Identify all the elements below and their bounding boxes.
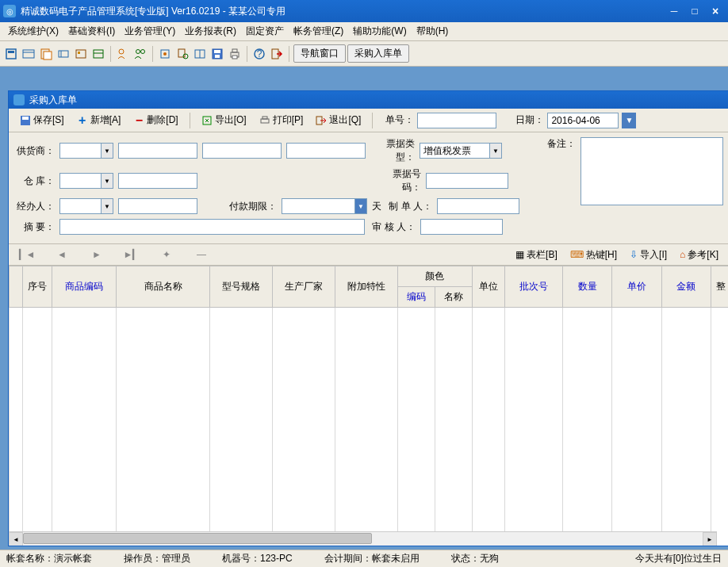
tb-icon-3[interactable] (38, 46, 54, 62)
warehouse-combo[interactable]: ▼ (59, 173, 113, 189)
scroll-right-button[interactable]: ► (703, 532, 717, 546)
minimize-button[interactable]: ─ (665, 5, 684, 17)
col-product-code[interactable]: 商品编码 (52, 266, 117, 308)
window-title: 精诚数码电子产品管理系统[专业版] Ver16.0219 - 某某公司专用 (21, 5, 663, 18)
payment-due-combo-btn[interactable]: ▼ (354, 198, 367, 214)
col-unit[interactable]: 单位 (472, 266, 505, 308)
table-row[interactable] (10, 308, 729, 546)
col-qty[interactable]: 数量 (562, 266, 611, 308)
col-color-group[interactable]: 颜色 (398, 266, 472, 287)
warehouse-combo-btn[interactable]: ▼ (101, 173, 113, 189)
exit-button[interactable]: 退出[Q] (311, 112, 366, 128)
col-batch[interactable]: 批次号 (505, 266, 563, 308)
grid-body[interactable] (10, 308, 729, 546)
payment-due-combo[interactable]: ▼ (282, 198, 367, 214)
home-icon: ⌂ (680, 249, 685, 260)
scroll-track[interactable] (23, 532, 703, 546)
menu-tools[interactable]: 辅助功能(W) (348, 23, 411, 40)
menu-basedata[interactable]: 基础资料(I) (63, 23, 120, 40)
hotkeys-button[interactable]: ⌨热键[H] (564, 247, 623, 263)
svg-point-16 (163, 52, 167, 56)
nav-next[interactable]: ► (85, 247, 109, 262)
tb-icon-5[interactable] (73, 46, 89, 62)
close-button[interactable]: × (706, 5, 725, 17)
add-button[interactable]: + 新增[A] (72, 112, 126, 128)
creator-input[interactable] (437, 198, 519, 214)
purchase-in-button[interactable]: 采购入库单 (347, 44, 409, 63)
tb-icon-6[interactable] (90, 46, 106, 62)
print-button[interactable]: 打印[P] (255, 112, 308, 128)
payment-due-input[interactable] (282, 198, 354, 214)
supplier-name-input[interactable] (118, 143, 197, 159)
col-color-name[interactable]: 名称 (435, 287, 472, 308)
auditor-input[interactable] (420, 219, 503, 235)
delete-button[interactable]: − 删除[D] (128, 112, 182, 128)
handler-combo[interactable]: ▼ (59, 198, 113, 214)
invoice-type-input[interactable] (420, 143, 489, 159)
date-picker-button[interactable]: ▼ (622, 113, 636, 128)
menu-system[interactable]: 系统维护(X) (3, 23, 63, 40)
import-button[interactable]: ⇩导入[I] (623, 247, 673, 263)
menu-reports[interactable]: 业务报表(R) (180, 23, 241, 40)
export-button[interactable]: 导出[O] (197, 112, 251, 128)
scroll-left-button[interactable]: ◄ (9, 532, 23, 546)
tb-icon-10[interactable] (174, 46, 190, 62)
nav-prev[interactable]: ◄ (50, 247, 74, 262)
tb-icon-help[interactable]: ? (251, 46, 267, 62)
tb-icon-save[interactable] (209, 46, 225, 62)
col-seq[interactable]: 序号 (22, 266, 52, 308)
invoice-type-combo-btn[interactable]: ▼ (489, 143, 502, 159)
menu-asset[interactable]: 固定资产 (241, 23, 289, 40)
menu-help[interactable]: 帮助(H) (412, 23, 454, 40)
col-product-name[interactable]: 商品名称 (117, 266, 210, 308)
handler-code-input[interactable] (59, 198, 101, 214)
tb-icon-11[interactable] (192, 46, 208, 62)
data-grid[interactable]: 序号 商品编码 商品名称 型号规格 生产厂家 附加特性 颜色 单位 批次号 数量… (9, 266, 728, 546)
tb-icon-7[interactable] (115, 46, 131, 62)
svg-rect-25 (232, 49, 237, 52)
supplier-code-input[interactable] (59, 143, 101, 159)
nav-window-button[interactable]: 导航窗口 (293, 44, 346, 63)
reference-button[interactable]: ⌂参考[K] (673, 247, 725, 263)
handler-name-input[interactable] (118, 198, 197, 214)
tb-icon-9[interactable] (157, 46, 173, 62)
tb-icon-2[interactable] (21, 46, 36, 62)
summary-input[interactable] (59, 219, 365, 235)
handler-combo-btn[interactable]: ▼ (101, 198, 113, 214)
nav-del[interactable]: — (190, 247, 213, 262)
invoice-no-input[interactable] (426, 173, 508, 189)
tb-icon-8[interactable] (132, 46, 148, 62)
save-button[interactable]: 保存[S] (15, 112, 69, 128)
col-price[interactable]: 单价 (612, 266, 661, 308)
col-manufacturer[interactable]: 生产厂家 (273, 266, 335, 308)
menu-business[interactable]: 业务管理(Y) (120, 23, 180, 40)
col-color-code[interactable]: 编码 (398, 287, 435, 308)
supplier-combo-btn[interactable]: ▼ (101, 143, 113, 159)
scrollbar-horizontal[interactable]: ◄ ► (9, 531, 717, 546)
tb-icon-exit[interactable] (269, 46, 285, 62)
nav-add[interactable]: ✦ (155, 247, 178, 262)
col-model[interactable]: 型号规格 (210, 266, 273, 308)
table-cols-button[interactable]: ▦表栏[B] (509, 247, 564, 263)
date-input[interactable]: 2016-04-06 (547, 113, 619, 128)
col-tail[interactable]: 整 (711, 266, 728, 308)
supplier-combo[interactable]: ▼ (59, 143, 113, 159)
scroll-thumb[interactable] (23, 533, 372, 544)
invoice-type-combo[interactable]: ▼ (420, 143, 502, 159)
nav-first[interactable]: ▎◄ (15, 247, 39, 262)
tb-icon-print[interactable] (227, 46, 243, 62)
tb-icon-4[interactable] (56, 46, 71, 62)
warehouse-code-input[interactable] (59, 173, 101, 189)
supplier-extra2-input[interactable] (286, 143, 366, 159)
col-indicator[interactable] (10, 266, 23, 308)
maximize-button[interactable]: □ (685, 5, 704, 17)
order-no-input[interactable] (417, 113, 496, 128)
supplier-extra1-input[interactable] (202, 143, 282, 159)
warehouse-name-input[interactable] (118, 173, 197, 189)
col-amount[interactable]: 金额 (661, 266, 711, 308)
nav-last[interactable]: ►▎ (120, 247, 144, 262)
tb-icon-1[interactable] (3, 46, 19, 62)
remark-textarea[interactable] (580, 137, 723, 205)
menu-account[interactable]: 帐务管理(Z) (289, 23, 348, 40)
col-extra-attr[interactable]: 附加特性 (335, 266, 398, 308)
